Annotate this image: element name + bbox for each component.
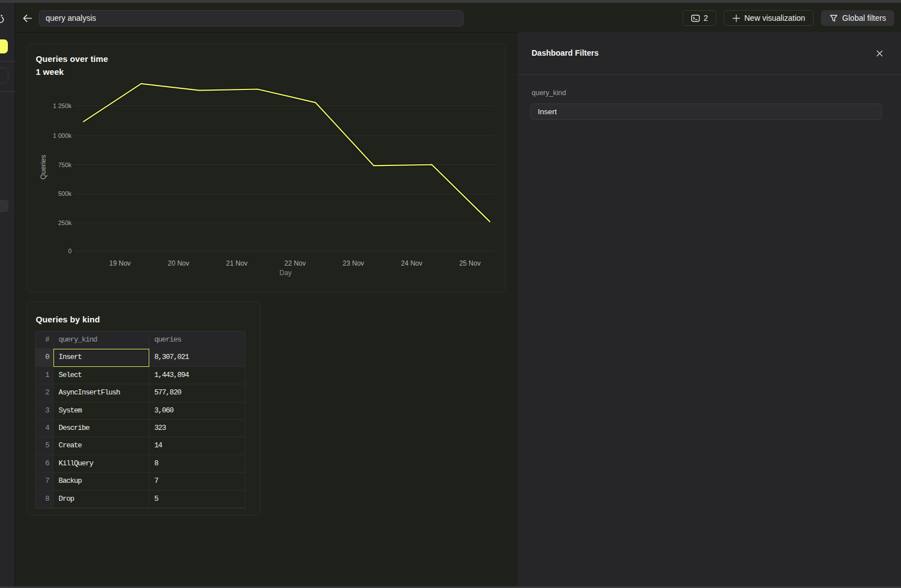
svg-text:19 Nov: 19 Nov	[109, 259, 131, 267]
svg-text:Queries: Queries	[39, 155, 47, 179]
svg-text:22 Nov: 22 Nov	[284, 259, 306, 267]
svg-text:23 Nov: 23 Nov	[343, 259, 364, 267]
svg-text:20 Nov: 20 Nov	[168, 259, 189, 267]
svg-text:0: 0	[68, 248, 72, 254]
svg-text:1 000k: 1 000k	[53, 132, 72, 139]
svg-text:21 Nov: 21 Nov	[226, 259, 247, 267]
svg-text:24 Nov: 24 Nov	[401, 259, 422, 267]
svg-text:500k: 500k	[58, 190, 72, 197]
svg-text:250k: 250k	[58, 219, 72, 226]
svg-text:Day: Day	[279, 269, 291, 277]
svg-text:750k: 750k	[58, 161, 72, 168]
svg-text:1 250k: 1 250k	[53, 102, 72, 109]
svg-text:25 Nov: 25 Nov	[459, 259, 480, 267]
